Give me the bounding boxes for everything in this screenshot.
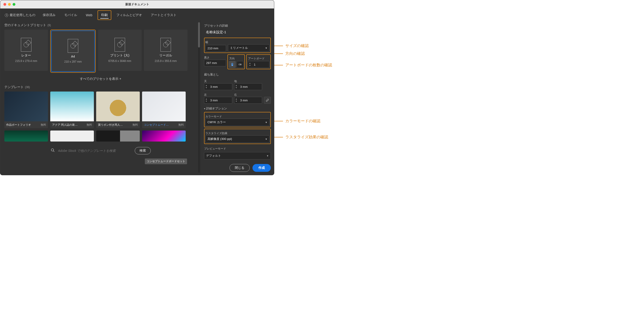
preset-name: レター <box>21 53 31 57</box>
preset-dims: 6705.6 x 3048 mm <box>108 59 131 63</box>
document-name-field[interactable]: 名称未設定-1 <box>204 29 271 36</box>
new-document-window: 新規ドキュメント 最近使用したもの 保存済み モバイル Web 印刷 フィルムと… <box>0 0 274 175</box>
tab-print[interactable]: 印刷 <box>98 10 111 20</box>
template-card[interactable] <box>50 130 94 142</box>
template-card[interactable] <box>142 130 186 142</box>
clock-icon <box>5 13 8 17</box>
template-card[interactable]: アクア 同人誌の装… 無料 <box>50 91 94 128</box>
show-all-presets-button[interactable]: すべてのプリセットを表示 + <box>4 73 197 85</box>
preset-card-print-large[interactable]: プリント (大) 6705.6 x 3048 mm <box>98 29 142 71</box>
width-field[interactable]: 210 mm <box>206 45 226 52</box>
search-row: 検索 <box>4 144 197 156</box>
template-grid: 作品ポートフォリオ 無料 アクア 同人誌の装… 無料 <box>4 91 188 142</box>
chevron-down-icon: ▼ <box>265 47 268 49</box>
highlight-box-a4: A4 210 x 297 mm <box>50 29 96 73</box>
height-field[interactable]: 297 mm <box>204 60 226 66</box>
template-card[interactable]: 作品ポートフォリオ 無料 <box>4 91 48 128</box>
tab-recent[interactable]: 最近使用したもの <box>2 11 38 19</box>
color-mode-select[interactable]: CMYK カラー ▼ <box>206 119 270 126</box>
document-icon <box>160 38 171 52</box>
color-mode-label: カラーモード <box>206 115 270 119</box>
artboards-label: アートボード <box>247 57 270 60</box>
highlight-raster-effects: ラスタライズ効果 高解像度 (300 ppi) ▼ <box>204 129 271 144</box>
units-value: ミリメートル <box>230 46 248 50</box>
chevron-down-icon: ▾ <box>204 107 205 110</box>
bleed-top-stepper[interactable]: ▲▼3 mm <box>204 83 232 90</box>
preset-name: プリント (大) <box>110 53 129 57</box>
landscape-icon <box>238 63 242 66</box>
search-input[interactable] <box>58 149 132 153</box>
color-mode-value: CMYK カラー <box>208 120 226 124</box>
tab-web[interactable]: Web <box>82 10 96 20</box>
preset-details-heading: プリセットの詳細 <box>204 24 271 28</box>
svg-point-0 <box>51 149 54 151</box>
tab-film-video[interactable]: フィルムとビデオ <box>113 10 146 20</box>
preset-card-legal[interactable]: リーガル 215.9 x 355.6 mm <box>144 29 188 71</box>
search-icon <box>51 148 55 153</box>
raster-effects-label: ラスタライズ効果 <box>206 131 270 135</box>
preset-name: A4 <box>71 55 75 58</box>
template-thumbnail <box>142 91 186 121</box>
template-thumbnail <box>4 91 48 121</box>
svg-line-1 <box>53 151 54 152</box>
width-label: 幅 <box>206 40 270 44</box>
bleed-right-stepper[interactable]: ▲▼3 mm <box>234 97 262 104</box>
blank-presets-heading-text: 空のドキュメントプリセット <box>4 23 46 27</box>
artboards-stepper[interactable]: ▲▼ 1 <box>248 61 270 68</box>
footer-buttons: 閉じる 作成 <box>204 161 271 175</box>
chevron-down-icon: ▼ <box>265 121 268 124</box>
callout-raster: ラスタライズ効果の確認 <box>274 134 328 140</box>
preview-mode-select[interactable]: デフォルト ▼ <box>204 152 271 159</box>
bleed-left-stepper[interactable]: ▲▼3 mm <box>204 97 232 104</box>
raster-effects-select[interactable]: 高解像度 (300 ppi) ▼ <box>206 135 270 143</box>
highlight-color-mode: カラーモード CMYK カラー ▼ <box>204 112 271 127</box>
bleed-bottom-stepper[interactable]: ▲▼3 mm <box>234 83 262 90</box>
preview-mode-label: プレビューモード <box>204 147 271 151</box>
template-tooltip: コンセプトムードボードセット <box>145 158 187 164</box>
advanced-options-toggle[interactable]: ▾ 詳細オプション <box>204 106 271 111</box>
bleed-link-toggle[interactable] <box>264 97 271 104</box>
template-thumbnail <box>96 130 140 142</box>
preset-card-letter[interactable]: レター 215.9 x 279.4 mm <box>4 29 48 71</box>
highlight-orientation: 方向 <box>228 54 245 69</box>
tab-recent-label: 最近使用したもの <box>10 13 35 17</box>
template-thumbnail <box>50 130 94 142</box>
tab-art-illustration[interactable]: アートとイラスト <box>147 10 180 20</box>
template-card[interactable]: 賞リボン付き同人… 無料 <box>96 91 140 128</box>
close-button[interactable]: 閉じる <box>230 164 250 172</box>
title-bar: 新規ドキュメント <box>0 0 274 8</box>
stepper-arrows[interactable]: ▲▼ <box>248 62 252 67</box>
scrollbar-thumb[interactable] <box>198 22 200 47</box>
window-title: 新規ドキュメント <box>0 2 274 6</box>
search-button[interactable]: 検索 <box>135 147 151 154</box>
bleed-bottom-label: 地 <box>234 79 262 83</box>
template-card[interactable] <box>96 130 140 142</box>
artboards-value: 1 <box>252 63 264 66</box>
tab-saved[interactable]: 保存済み <box>39 10 59 20</box>
templates-heading-text: テンプレート <box>4 85 24 89</box>
template-name: 作品ポートフォリオ <box>6 123 31 127</box>
create-button[interactable]: 作成 <box>252 164 271 172</box>
preview-mode-value: デフォルト <box>206 154 221 158</box>
preset-card-a4[interactable]: A4 210 x 297 mm <box>51 30 95 72</box>
advanced-options-label: 詳細オプション <box>206 106 227 111</box>
callout-artboards: アートボードの枚数の確認 <box>274 62 332 68</box>
template-name: アクア 同人誌の装… <box>52 123 78 127</box>
template-card[interactable]: コンセプトムード… 無料 <box>142 91 186 128</box>
orientation-landscape-button[interactable] <box>236 61 244 68</box>
orientation-portrait-button[interactable] <box>229 61 236 68</box>
preset-dims: 210 x 297 mm <box>64 60 82 63</box>
template-free-badge: 無料 <box>178 123 184 127</box>
preset-dims: 215.9 x 279.4 mm <box>15 59 37 63</box>
left-scrollbar[interactable] <box>197 20 200 175</box>
template-card[interactable] <box>4 130 48 142</box>
units-select[interactable]: ミリメートル ▼ <box>228 44 270 52</box>
preset-details-pane: プリセットの詳細 名称未設定-1 幅 210 mm ミリメートル ▼ <box>200 20 274 175</box>
template-thumbnail <box>142 130 186 142</box>
svg-rect-3 <box>232 63 233 64</box>
blank-presets-count: (9) <box>48 24 51 27</box>
bleed-right-label: 右 <box>234 93 262 97</box>
document-icon <box>21 38 32 52</box>
tab-mobile[interactable]: モバイル <box>60 10 81 20</box>
callout-orientation: 方向の確認 <box>274 51 305 56</box>
